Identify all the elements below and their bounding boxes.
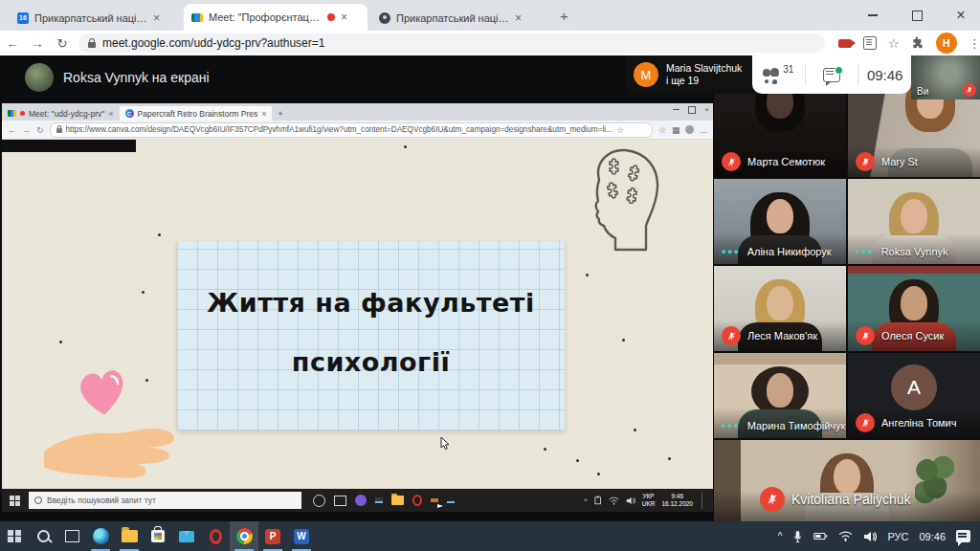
address-bar[interactable]: meet.google.com/udd-ydcg-prv?authuser=1 — [78, 33, 825, 53]
browser-menu-icon[interactable]: ⋮ — [969, 36, 980, 51]
wifi-icon[interactable] — [838, 531, 853, 541]
app-taskbar-button[interactable] — [447, 497, 455, 503]
inner-forward-icon[interactable]: → — [22, 125, 31, 135]
clock[interactable]: 09:46 — [919, 531, 946, 542]
tab-label: Papercraft Retro Brainstorm Pres — [138, 109, 258, 119]
new-tab-button[interactable]: + — [560, 8, 568, 24]
meet-header-pill: 31 09:46 — [752, 55, 911, 94]
participant-tile[interactable]: Леся Маков'як — [714, 266, 846, 351]
inner-tab-canva[interactable]: C Papercraft Retro Brainstorm Pres × — [120, 106, 273, 121]
opera-button[interactable] — [201, 521, 230, 551]
inner-reload-icon[interactable]: ↻ — [36, 125, 44, 135]
self-view-tile[interactable]: Ви — [911, 55, 980, 99]
participant-tile[interactable]: ••• Аліна Никифорук — [714, 179, 846, 264]
tray-chevron-icon[interactable]: ^ — [778, 531, 783, 541]
decor-dot — [576, 459, 579, 462]
browser-tab-calendar[interactable]: 16 Прикарпатський національний × — [10, 5, 180, 31]
taskbar-search-button[interactable] — [29, 521, 57, 551]
language-indicator[interactable]: РУС — [887, 531, 908, 542]
participants-button[interactable]: 31 — [752, 55, 805, 94]
decor-dot — [145, 379, 148, 382]
file-explorer-icon[interactable] — [391, 496, 404, 505]
favorite-star-icon[interactable]: ☆ — [616, 125, 624, 135]
close-tab-icon[interactable]: × — [261, 109, 266, 119]
close-tab-icon[interactable]: × — [153, 11, 160, 25]
participant-tile[interactable]: Kvitoliana Paliychuk — [714, 440, 980, 521]
reload-icon[interactable]: ↻ — [50, 36, 75, 51]
tray-chevron-icon[interactable]: ^ — [584, 496, 588, 505]
cortana-icon[interactable] — [313, 495, 325, 507]
camera-in-use-icon[interactable] — [838, 39, 852, 48]
chrome-taskbar-button[interactable] — [230, 521, 258, 551]
pinned-speaker-pill[interactable]: M Maria Slavijtchuk і ще 19 — [626, 55, 760, 94]
speaker-avatar: M — [634, 62, 658, 87]
translate-icon[interactable] — [863, 36, 877, 50]
show-desktop-button[interactable] — [702, 492, 705, 509]
bookmark-star-icon[interactable]: ☆ — [888, 36, 900, 51]
inner-menu-icon[interactable]: ... — [700, 125, 707, 135]
extensions-puzzle-icon[interactable] — [911, 36, 924, 50]
window-minimize-button[interactable] — [854, 0, 892, 31]
speaker-more: і ще 19 — [666, 75, 742, 87]
participant-tile[interactable]: ••• Марина Тимофійчук — [714, 353, 846, 438]
speaking-indicator-icon: ••• — [856, 244, 875, 258]
inner-close-button[interactable]: × — [704, 105, 709, 114]
collections-icon[interactable]: ▦ — [672, 125, 680, 135]
inner-language-indicator[interactable]: УКР UKR — [642, 493, 656, 508]
window-close-button[interactable]: × — [942, 0, 980, 31]
inner-url-text: https://www.canva.com/design/DAEQVcgb6IU… — [66, 125, 612, 134]
task-view-icon[interactable] — [334, 496, 346, 506]
favorites-add-icon[interactable]: ☆ — [658, 125, 666, 135]
mouse-cursor — [440, 436, 451, 451]
inner-tab-meet[interactable]: Meet: "udd-ydcg-prv" × — [2, 106, 120, 121]
search-placeholder: Введіть пошуковий запит тут — [47, 496, 156, 505]
task-view-button[interactable] — [57, 521, 86, 551]
chat-button[interactable] — [806, 55, 858, 94]
inner-tab-strip: Meet: "udd-ydcg-prv" × C Papercraft Retr… — [2, 103, 713, 121]
speaking-indicator-icon: ••• — [722, 418, 741, 432]
telegram-taskbar-button[interactable] — [431, 498, 438, 502]
participant-tile[interactable]: Олеся Сусик — [848, 266, 980, 351]
notification-center-icon[interactable] — [956, 530, 970, 542]
close-tab-icon[interactable]: × — [515, 11, 522, 25]
start-button[interactable] — [0, 521, 29, 551]
viber-icon[interactable] — [355, 495, 367, 506]
inner-address-bar[interactable]: https://www.canva.com/design/DAEQVcgb6IU… — [50, 122, 653, 138]
battery-icon — [594, 496, 602, 505]
power-battery-icon[interactable] — [813, 531, 828, 541]
close-tab-icon[interactable]: × — [341, 11, 347, 24]
microsoft-store-button[interactable] — [144, 521, 172, 551]
browser-tab-meet[interactable]: Meet: "Профорєнтаційна зу × — [184, 4, 368, 31]
back-icon[interactable]: ← — [0, 36, 25, 51]
speaker-icon[interactable] — [863, 531, 877, 542]
participant-name: Ангеліна Томич — [881, 417, 956, 429]
inner-minimize-button[interactable] — [673, 109, 679, 110]
window-maximize-button[interactable] — [898, 0, 936, 31]
edge-taskbar-button[interactable] — [86, 521, 115, 551]
inner-new-tab-button[interactable]: + — [272, 106, 288, 121]
inner-clock[interactable]: 9:46 16.12.2020 — [661, 493, 693, 508]
profile-avatar[interactable]: H — [936, 33, 957, 54]
url-text: meet.google.com/udd-ydcg-prv?authuser=1 — [102, 36, 324, 50]
powerpoint-button[interactable]: P — [258, 521, 287, 551]
file-explorer-button[interactable] — [115, 521, 144, 551]
close-tab-icon[interactable]: × — [108, 109, 113, 119]
word-button[interactable]: W — [287, 521, 316, 551]
inner-back-icon[interactable]: ← — [8, 125, 16, 135]
edge-taskbar-button[interactable] — [375, 497, 383, 503]
forward-icon[interactable]: → — [25, 36, 50, 51]
microphone-icon[interactable] — [792, 530, 803, 543]
inner-start-button[interactable] — [10, 496, 20, 506]
participant-tile[interactable]: A Ангеліна Томич — [848, 353, 980, 438]
word-icon: W — [294, 529, 309, 544]
mail-button[interactable] — [172, 521, 201, 551]
participant-tile[interactable]: ••• Roksa Vynnyk — [848, 179, 980, 264]
inner-maximize-button[interactable] — [688, 106, 696, 114]
inner-system-tray: ^ УКР UKR 9:46 16.12.2020 — [584, 492, 713, 509]
browser-tab-classroom[interactable]: Прикарпатський національний × — [371, 5, 542, 31]
meet-stage: Марта Семотюк Mary St ••• Аліна Никифору… — [0, 55, 980, 521]
profile-icon[interactable] — [685, 125, 694, 134]
opera-icon[interactable] — [412, 495, 422, 506]
shared-screen-window: Meet: "udd-ydcg-prv" × C Papercraft Retr… — [2, 103, 713, 512]
inner-search-box[interactable]: Введіть пошуковий запит тут — [29, 492, 301, 509]
